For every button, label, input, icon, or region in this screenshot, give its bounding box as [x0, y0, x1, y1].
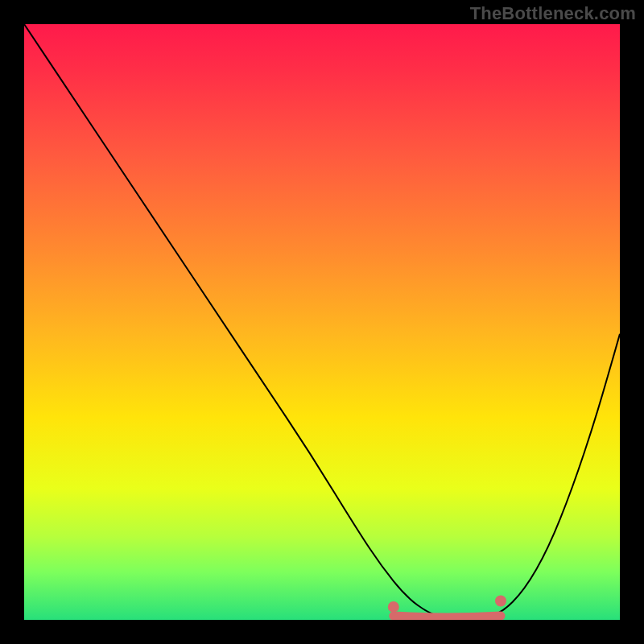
valley-dot-left [388, 601, 399, 613]
plot-area [24, 24, 620, 620]
valley-floor-marker [394, 616, 501, 617]
valley-dot-right [495, 596, 506, 607]
chart-frame: TheBottleneck.com [0, 0, 644, 644]
bottleneck-curve [24, 24, 620, 620]
watermark-text: TheBottleneck.com [470, 3, 636, 24]
curve-layer [24, 24, 620, 620]
